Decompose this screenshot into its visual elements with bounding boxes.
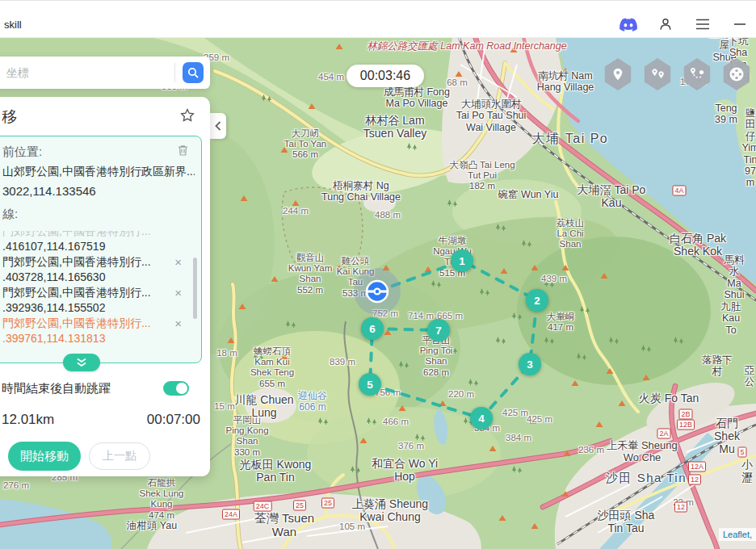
waypoint-marker-3[interactable]: 3 — [519, 353, 541, 375]
panel-collapse-button[interactable] — [210, 113, 226, 139]
search-input[interactable] — [5, 65, 174, 80]
remove-route-point-button[interactable]: × — [174, 256, 182, 268]
search-button[interactable] — [183, 62, 204, 83]
route-duration: 00:07:00 — [147, 412, 200, 428]
discord-icon[interactable] — [619, 16, 638, 32]
route-point-address-text: 門郊野公園,中國香港特別行... — [2, 224, 151, 239]
app-window: 林錦公路交匯處 Lam Kam Road Interchange成馬甫村 Fon… — [0, 0, 756, 549]
route-point-address[interactable]: 門郊野公園,中國香港特別行...× — [2, 316, 195, 331]
titlebar: skill — [0, 0, 756, 38]
route-point-address[interactable]: 門郊野公園,中國香港特別行...× — [2, 285, 195, 300]
route-point-address[interactable]: 門郊野公園,中國香港特別行...× — [2, 224, 195, 239]
double-chevron-down-icon — [76, 358, 87, 367]
location-info-box: 前位置: 山郊野公園,中國香港特別行政區新界... 3022,114.13354… — [0, 136, 202, 363]
list-scrollbar[interactable] — [193, 258, 197, 319]
route-point-coordinates: .399761,114.131813 — [2, 331, 195, 346]
map-attribution[interactable]: Leaflet, — [719, 528, 756, 541]
remove-route-point-button[interactable]: × — [174, 317, 182, 329]
toggle-knob — [176, 383, 187, 394]
start-moving-button[interactable]: 開始移動 — [8, 442, 81, 471]
previous-point-button[interactable]: 上一點 — [89, 442, 150, 470]
single-pin-icon — [609, 65, 627, 83]
auto-jump-toggle-label: 時間結束後自動跳躍 — [2, 381, 111, 396]
joystick-tool-button[interactable] — [722, 58, 751, 90]
route-point-coordinates: .392936,114.155502 — [2, 300, 195, 316]
menu-icon[interactable] — [693, 16, 712, 32]
timer-display: 00:03:46 — [346, 65, 424, 87]
waypoint-marker-1[interactable]: 1 — [451, 249, 473, 272]
waypoint-marker-6[interactable]: 6 — [361, 317, 384, 340]
expand-list-button[interactable] — [63, 354, 100, 371]
search-divider — [174, 63, 175, 82]
app-title: skill — [4, 19, 22, 31]
route-pin-tool-button[interactable] — [682, 58, 712, 90]
waypoint-marker-7[interactable]: 7 — [427, 319, 450, 342]
panel-title: 移 — [2, 107, 17, 128]
route-point-address-text: 門郊野公園,中國香港特別行... — [2, 286, 151, 300]
waypoint-marker-2[interactable]: 2 — [526, 289, 548, 312]
route-pin-icon — [687, 65, 707, 84]
control-panel: 移 前位置: 山郊野公園,中國香港特別行政區新界... 3022,114.133… — [0, 97, 210, 476]
chevron-left-icon — [215, 121, 221, 131]
waypoint-marker-4[interactable]: 4 — [470, 407, 493, 430]
remove-route-point-button[interactable]: × — [174, 287, 182, 299]
route-point-coordinates: .403728,114.165630 — [2, 270, 195, 285]
current-coordinates: 3022,114.133546 — [2, 184, 195, 198]
auto-jump-toggle[interactable] — [163, 381, 189, 396]
route-list-label: 線: — [2, 207, 195, 222]
joystick-icon — [727, 65, 746, 84]
search-icon — [187, 67, 199, 78]
single-pin-tool-button[interactable] — [603, 58, 632, 90]
search-bar — [0, 57, 210, 89]
route-point-address[interactable]: 門郊野公園,中國香港特別行...× — [2, 254, 195, 270]
trash-icon[interactable] — [178, 145, 188, 159]
multi-pin-icon — [648, 65, 667, 84]
current-address: 山郊野公園,中國香港特別行政區新界... — [2, 165, 195, 179]
map-tools-toolbar — [603, 58, 756, 90]
route-point-coordinates: .416107,114.167519 — [2, 239, 195, 254]
route-point-address-text: 門郊野公園,中國香港特別行... — [2, 255, 151, 270]
route-distance: 12.01km — [2, 412, 54, 428]
favorite-route-icon[interactable] — [179, 107, 195, 127]
current-location-label: 前位置: — [2, 145, 42, 160]
user-icon[interactable] — [656, 16, 675, 32]
route-points-list[interactable]: 門郊野公園,中國香港特別行...×.416107,114.167519門郊野公園… — [2, 224, 195, 350]
multi-pin-tool-button[interactable] — [643, 58, 672, 90]
waypoint-marker-5[interactable]: 5 — [359, 373, 381, 396]
route-point-address-text: 門郊野公園,中國香港特別行... — [2, 316, 151, 331]
minimize-icon[interactable] — [730, 16, 750, 32]
gps-ball-icon — [363, 278, 391, 305]
